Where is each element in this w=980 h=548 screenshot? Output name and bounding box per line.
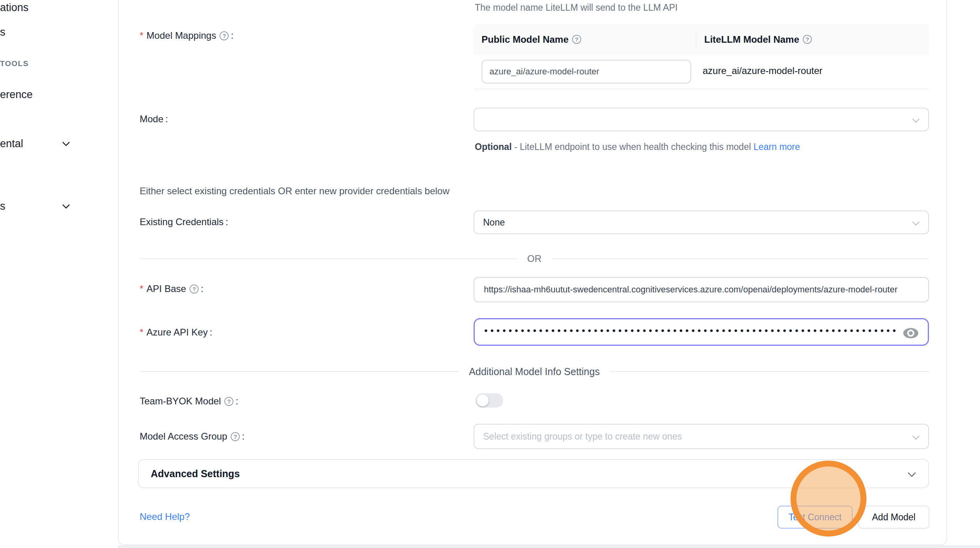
sidebar-item-expandable[interactable]: s <box>0 200 6 212</box>
existing-credentials-select[interactable]: None <box>474 210 929 234</box>
sidebar-item-expandable[interactable]: ental <box>0 138 23 150</box>
help-icon[interactable]: ? <box>572 35 581 44</box>
add-model-form-card: The model name LiteLLM will send to the … <box>118 0 947 545</box>
public-model-name-header: Public Model Name ? <box>474 34 696 45</box>
public-model-name-input[interactable] <box>481 60 691 83</box>
need-help-link[interactable]: Need Help? <box>140 511 190 522</box>
litellm-model-name-header: LiteLLM Model Name ? <box>696 34 812 45</box>
chevron-down-icon[interactable] <box>62 201 70 209</box>
model-access-group-select[interactable]: Select existing groups or type to create… <box>474 424 929 449</box>
credentials-note: Either select existing credentials OR en… <box>140 186 449 197</box>
team-byok-label: Team-BYOK Model ? : <box>140 396 238 407</box>
or-divider: OR <box>140 254 929 264</box>
learn-more-link[interactable]: Learn more <box>753 142 800 152</box>
litellm-model-name-value: azure_ai/azure-model-router <box>703 65 823 76</box>
help-icon[interactable]: ? <box>803 35 812 44</box>
required-asterisk: * <box>140 327 143 338</box>
sidebar-item[interactable]: ations <box>0 2 28 14</box>
chevron-down-icon[interactable] <box>62 138 70 146</box>
advanced-settings-panel[interactable]: Advanced Settings <box>138 459 929 488</box>
chevron-down-icon <box>908 468 916 477</box>
sidebar: ations s TOOLS erence ental s <box>0 0 118 548</box>
sidebar-item[interactable]: s <box>0 26 6 38</box>
chevron-down-icon <box>912 115 919 122</box>
add-model-button[interactable]: Add Model <box>858 506 929 529</box>
chevron-down-icon <box>912 432 919 439</box>
mode-select[interactable] <box>474 108 929 131</box>
api-base-input[interactable] <box>474 277 929 302</box>
model-mappings-label: * Model Mappings ? : <box>140 30 233 41</box>
eye-icon[interactable] <box>902 325 919 341</box>
mode-hint: Optional - LiteLLM endpoint to use when … <box>475 139 807 155</box>
page-background-strip <box>118 545 980 548</box>
team-byok-toggle[interactable] <box>476 393 503 408</box>
azure-api-key-label: * Azure API Key : <box>140 327 212 338</box>
existing-credentials-label: Existing Credentials : <box>140 216 228 228</box>
additional-info-divider: Additional Model Info Settings <box>140 366 929 377</box>
model-mappings-table-header: Public Model Name ? LiteLLM Model Name ? <box>474 24 929 55</box>
table-row-divider <box>474 89 929 89</box>
masked-password: ••••••••••••••••••••••••••••••••••••••••… <box>484 325 898 336</box>
sidebar-section-label: TOOLS <box>0 59 29 68</box>
model-access-group-label: Model Access Group ? : <box>140 431 245 442</box>
help-icon[interactable]: ? <box>190 284 199 294</box>
mode-label: Mode : <box>140 114 168 125</box>
chevron-down-icon <box>912 218 919 225</box>
sidebar-item[interactable]: erence <box>0 89 33 101</box>
required-asterisk: * <box>140 283 143 294</box>
help-icon[interactable]: ? <box>231 432 240 441</box>
toggle-knob <box>477 394 489 406</box>
test-connect-button[interactable]: Test Connect <box>777 506 853 529</box>
api-base-label: * API Base ? : <box>140 283 203 294</box>
azure-api-key-input[interactable]: ••••••••••••••••••••••••••••••••••••••••… <box>474 318 929 346</box>
help-icon[interactable]: ? <box>220 31 229 40</box>
required-asterisk: * <box>140 30 143 41</box>
help-icon[interactable]: ? <box>224 397 233 406</box>
litellm-model-name-hint: The model name LiteLLM will send to the … <box>475 2 678 13</box>
